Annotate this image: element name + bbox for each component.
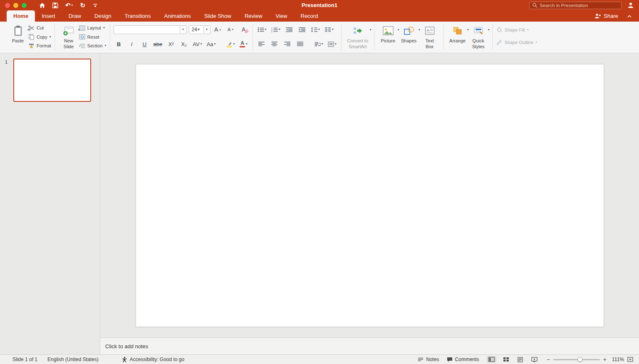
view-slide-sorter-button[interactable] (501, 356, 511, 363)
smartart-dropdown-icon[interactable]: ▾ (370, 28, 372, 32)
account-button[interactable] (627, 2, 634, 8)
undo-button[interactable]: ↶ ▾ (65, 2, 73, 8)
slide-count[interactable]: Slide 1 of 1 (12, 357, 37, 362)
copy-dropdown-icon[interactable]: ▾ (50, 35, 51, 39)
new-slide-button[interactable]: New Slide ▾ (58, 22, 79, 53)
tab-insert[interactable]: Insert (35, 10, 62, 22)
numbering-dropdown-icon[interactable]: ▾ (279, 28, 280, 31)
decrease-font-size-button[interactable]: A▼ (225, 25, 236, 34)
quick-styles-dropdown-icon[interactable]: ▾ (488, 28, 490, 32)
quick-styles-button[interactable]: Quick Styles ▾ (468, 22, 489, 53)
accessibility-checker[interactable]: Accessibility: Good to go (122, 357, 184, 362)
layout-button[interactable]: Layout ▾ (79, 25, 106, 31)
zoom-out-button[interactable]: − (547, 357, 550, 362)
minimize-window-button[interactable] (13, 3, 18, 8)
arrange-button[interactable]: Arrange ▾ (447, 22, 468, 53)
bold-button[interactable]: B (114, 39, 124, 49)
clear-formatting-button[interactable]: A (238, 25, 249, 34)
increase-font-size-button[interactable]: A▲ (213, 25, 223, 34)
line-spacing-dropdown-icon[interactable]: ▾ (318, 28, 320, 31)
decrease-indent-button[interactable] (284, 25, 295, 34)
bullets-dropdown-icon[interactable]: ▾ (265, 28, 267, 31)
line-spacing-button[interactable]: ▾ (310, 25, 321, 34)
character-spacing-button[interactable]: AV ▾ (191, 39, 203, 49)
zoom-in-button[interactable]: + (603, 357, 607, 362)
search-input[interactable] (540, 3, 619, 8)
text-box-button[interactable]: A Text Box (419, 22, 440, 53)
tab-record[interactable]: Record (294, 10, 325, 22)
new-slide-dropdown-icon[interactable]: ▾ (78, 28, 80, 32)
tab-animations[interactable]: Animations (158, 10, 198, 22)
zoom-slider[interactable] (553, 357, 600, 362)
shape-fill-button[interactable]: Shape Fill ▾ (496, 27, 537, 33)
font-size-select[interactable]: 24+ ▾ (189, 25, 211, 34)
align-text-dropdown-icon[interactable]: ▾ (335, 42, 337, 46)
zoom-slider-knob[interactable] (577, 357, 582, 362)
notes-pane[interactable]: Click to add notes (100, 337, 639, 354)
collapse-ribbon-button[interactable] (627, 14, 632, 18)
view-slideshow-button[interactable] (530, 356, 539, 363)
save-button[interactable] (52, 2, 58, 8)
notes-placeholder[interactable]: Click to add notes (105, 343, 148, 349)
increase-indent-button[interactable] (297, 25, 307, 34)
tab-slide-show[interactable]: Slide Show (198, 10, 238, 22)
tab-home[interactable]: Home (7, 10, 35, 22)
justify-button[interactable] (295, 39, 306, 49)
slide-thumbnail-1[interactable] (13, 59, 91, 102)
align-text-button[interactable]: ▾ (327, 39, 338, 49)
notes-toggle-button[interactable]: Notes (418, 357, 439, 362)
reset-button[interactable]: Reset (79, 34, 106, 40)
font-name-select[interactable]: ▾ (114, 25, 187, 34)
redo-button[interactable]: ↻ (80, 2, 86, 8)
paste-button[interactable]: Paste ▾ (7, 22, 28, 53)
shape-outline-button[interactable]: Shape Outline ▾ (496, 39, 537, 46)
superscript-button[interactable]: X² (166, 39, 176, 49)
fullscreen-window-button[interactable] (22, 3, 27, 8)
tab-transitions[interactable]: Transitions (118, 10, 157, 22)
strikethrough-button[interactable]: abe (152, 39, 164, 49)
cut-button[interactable]: Cut (28, 25, 51, 31)
fit-slide-to-window-button[interactable] (627, 357, 633, 362)
slide-1[interactable] (136, 64, 604, 327)
underline-button[interactable]: U (139, 39, 150, 49)
format-painter-button[interactable]: Format (28, 42, 51, 49)
tab-review[interactable]: Review (238, 10, 269, 22)
close-window-button[interactable] (5, 3, 10, 8)
text-direction-dropdown-icon[interactable]: ▾ (322, 42, 323, 46)
language-selector[interactable]: English (United States) (47, 357, 99, 362)
align-left-button[interactable] (256, 39, 267, 49)
copy-button[interactable]: Copy ▾ (28, 34, 51, 40)
text-direction-button[interactable]: ▾ (313, 39, 324, 49)
comments-toggle-button[interactable]: Comments (447, 357, 479, 362)
shapes-button[interactable]: Shapes ▾ (399, 22, 419, 53)
paste-dropdown-icon[interactable]: ▾ (27, 28, 29, 32)
view-reading-button[interactable] (516, 356, 525, 363)
customize-toolbar-button[interactable] (92, 2, 98, 8)
columns-button[interactable]: ▾ (323, 25, 335, 34)
share-button[interactable]: Share (594, 13, 618, 19)
italic-button[interactable]: I (126, 39, 137, 49)
font-size-dropdown[interactable]: ▾ (203, 26, 210, 34)
zoom-level[interactable]: 111% (610, 357, 624, 362)
change-case-button[interactable]: Aa ▾ (206, 39, 217, 49)
picture-button[interactable]: Picture ▾ (378, 22, 399, 53)
view-normal-button[interactable] (487, 356, 496, 363)
section-button[interactable]: Section ▾ (79, 42, 106, 49)
tab-draw[interactable]: Draw (62, 10, 88, 22)
layout-dropdown-icon[interactable]: ▾ (103, 26, 105, 30)
bullets-button[interactable]: ▾ (256, 25, 268, 34)
font-name-dropdown[interactable]: ▾ (180, 26, 186, 34)
tab-view[interactable]: View (269, 10, 294, 22)
highlight-dropdown-icon[interactable]: ▾ (233, 42, 235, 46)
highlight-color-button[interactable]: ▾ (225, 39, 236, 49)
columns-dropdown-icon[interactable]: ▾ (332, 28, 334, 31)
align-center-button[interactable] (269, 39, 280, 49)
font-color-button[interactable]: A ▾ (238, 39, 249, 49)
convert-to-smartart-button[interactable]: Convert to SmartArt ▾ (345, 22, 371, 53)
section-dropdown-icon[interactable]: ▾ (105, 44, 106, 47)
subscript-button[interactable]: X₂ (178, 39, 189, 49)
numbering-button[interactable]: 123 ▾ (270, 25, 282, 34)
search-box[interactable] (529, 2, 622, 9)
tab-design[interactable]: Design (88, 10, 118, 22)
align-right-button[interactable] (282, 39, 293, 49)
